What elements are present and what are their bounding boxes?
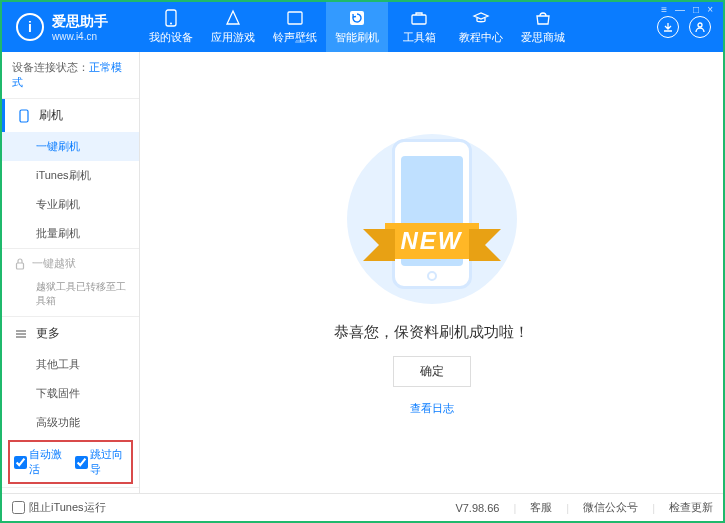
- auto-activate-checkbox[interactable]: 自动激活: [14, 447, 67, 477]
- nav-ringtones[interactable]: 铃声壁纸: [264, 2, 326, 52]
- version-label: V7.98.66: [455, 502, 499, 514]
- app-url: www.i4.cn: [52, 31, 108, 42]
- body: 设备连接状态：正常模式 刷机 一键刷机 iTunes刷机 专业刷机 批量刷机 一…: [2, 52, 723, 493]
- nav-label: 应用游戏: [211, 30, 255, 45]
- window-controls: ≡ — □ ×: [661, 4, 713, 15]
- wallpaper-icon: [286, 9, 304, 27]
- nav-flash[interactable]: 智能刷机: [326, 2, 388, 52]
- sidebar-header-label: 刷机: [39, 107, 63, 124]
- ribbon-new: NEW: [385, 223, 479, 259]
- statusbar: 阻止iTunes运行 V7.98.66 | 客服 | 微信公众号 | 检查更新: [2, 493, 723, 521]
- sidebar-item-pro[interactable]: 专业刷机: [2, 190, 139, 219]
- graduation-icon: [472, 9, 490, 27]
- sidebar: 设备连接状态：正常模式 刷机 一键刷机 iTunes刷机 专业刷机 批量刷机 一…: [2, 52, 140, 493]
- svg-rect-7: [17, 263, 24, 269]
- wechat-link[interactable]: 微信公众号: [583, 500, 638, 515]
- svg-rect-2: [288, 12, 302, 24]
- success-illustration: NEW: [332, 129, 532, 309]
- apps-icon: [224, 9, 242, 27]
- settings-mini-icon[interactable]: ≡: [661, 4, 667, 15]
- nav-my-device[interactable]: 我的设备: [140, 2, 202, 52]
- nav-label: 教程中心: [459, 30, 503, 45]
- phone-icon: [162, 9, 180, 27]
- ok-button[interactable]: 确定: [393, 356, 471, 387]
- logo-icon: i: [16, 13, 44, 41]
- main-panel: NEW 恭喜您，保资料刷机成功啦！ 确定 查看日志: [140, 52, 723, 493]
- nav-label: 铃声壁纸: [273, 30, 317, 45]
- sidebar-item-jailbreak[interactable]: 一键越狱: [2, 249, 139, 278]
- sidebar-item-othertools[interactable]: 其他工具: [2, 350, 139, 379]
- sidebar-header-flash[interactable]: 刷机: [2, 99, 139, 132]
- flash-options: 自动激活 跳过向导: [8, 440, 133, 484]
- maximize-icon[interactable]: □: [693, 4, 699, 15]
- download-button[interactable]: [657, 16, 679, 38]
- svg-rect-6: [20, 110, 28, 122]
- refresh-icon: [348, 9, 366, 27]
- skip-guide-checkbox[interactable]: 跳过向导: [75, 447, 128, 477]
- nav-tutorials[interactable]: 教程中心: [450, 2, 512, 52]
- toolbox-icon: [410, 9, 428, 27]
- title-actions: [645, 16, 723, 38]
- svg-point-1: [170, 23, 172, 25]
- svg-point-5: [698, 23, 702, 27]
- nav-label: 爱思商城: [521, 30, 565, 45]
- lock-icon: [14, 257, 26, 270]
- svg-rect-4: [412, 15, 426, 24]
- phone-small-icon: [17, 109, 31, 123]
- sidebar-jailbreak-section: 一键越狱 越狱工具已转移至工具箱: [2, 248, 139, 316]
- nav-store[interactable]: 爱思商城: [512, 2, 574, 52]
- sidebar-item-itunes[interactable]: iTunes刷机: [2, 161, 139, 190]
- sidebar-item-download-firmware[interactable]: 下载固件: [2, 379, 139, 408]
- sidebar-item-oneclick[interactable]: 一键刷机: [2, 132, 139, 161]
- sidebar-header-more[interactable]: 更多: [2, 317, 139, 350]
- success-message: 恭喜您，保资料刷机成功啦！: [334, 323, 529, 342]
- svg-rect-3: [350, 11, 364, 25]
- app-title: 爱思助手: [52, 13, 108, 31]
- nav-label: 智能刷机: [335, 30, 379, 45]
- sidebar-more-section: 更多 其他工具 下载固件 高级功能: [2, 316, 139, 437]
- service-link[interactable]: 客服: [530, 500, 552, 515]
- nav-label: 我的设备: [149, 30, 193, 45]
- block-itunes-checkbox[interactable]: 阻止iTunes运行: [12, 500, 106, 515]
- sidebar-flash-section: 刷机 一键刷机 iTunes刷机 专业刷机 批量刷机: [2, 98, 139, 248]
- app-window: ≡ — □ × i 爱思助手 www.i4.cn 我的设备 应用游戏 铃声壁纸: [0, 0, 725, 523]
- sidebar-item-batch[interactable]: 批量刷机: [2, 219, 139, 248]
- jailbreak-note: 越狱工具已转移至工具箱: [2, 278, 139, 316]
- user-button[interactable]: [689, 16, 711, 38]
- view-log-link[interactable]: 查看日志: [410, 401, 454, 416]
- nav-toolbox[interactable]: 工具箱: [388, 2, 450, 52]
- titlebar: ≡ — □ × i 爱思助手 www.i4.cn 我的设备 应用游戏 铃声壁纸: [2, 2, 723, 52]
- menu-icon: [14, 327, 28, 341]
- minimize-icon[interactable]: —: [675, 4, 685, 15]
- nav-label: 工具箱: [403, 30, 436, 45]
- close-icon[interactable]: ×: [707, 4, 713, 15]
- sidebar-item-advanced[interactable]: 高级功能: [2, 408, 139, 437]
- logo-area: i 爱思助手 www.i4.cn: [2, 13, 140, 42]
- main-nav: 我的设备 应用游戏 铃声壁纸 智能刷机 工具箱 教程中心: [140, 2, 645, 52]
- nav-apps[interactable]: 应用游戏: [202, 2, 264, 52]
- sidebar-header-label: 更多: [36, 325, 60, 342]
- connection-status: 设备连接状态：正常模式: [2, 52, 139, 98]
- update-link[interactable]: 检查更新: [669, 500, 713, 515]
- store-icon: [534, 9, 552, 27]
